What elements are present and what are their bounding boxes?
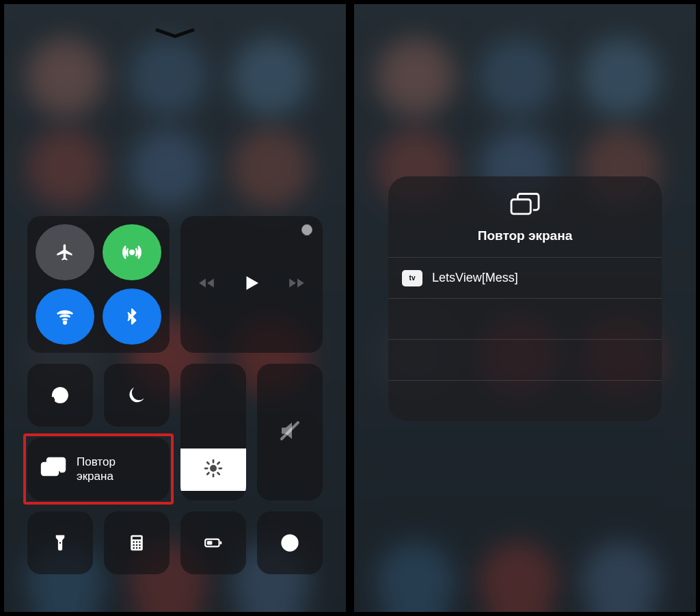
airplane-mode-toggle[interactable] — [36, 224, 94, 280]
connectivity-group — [27, 216, 170, 353]
brightness-slider[interactable] — [180, 364, 246, 500]
device-label: LetsView[Mess] — [432, 271, 518, 285]
sheet-title: Повтор экрана — [388, 228, 662, 243]
svg-point-5 — [210, 465, 217, 472]
mirroring-empty-row — [388, 298, 662, 339]
svg-point-0 — [130, 250, 134, 254]
bluetooth-toggle[interactable] — [103, 289, 161, 345]
control-center-grid: Повтор экрана — [27, 216, 323, 574]
phone-right-mirroring-sheet: Повтор экрана tv LetsView[Mess] — [354, 4, 696, 612]
svg-point-14 — [136, 544, 138, 546]
screen-mirroring-sheet: Повтор экрана tv LetsView[Mess] — [388, 176, 662, 421]
mirroring-device-row[interactable]: tv LetsView[Mess] — [388, 257, 662, 298]
svg-rect-20 — [220, 541, 222, 544]
svg-point-1 — [64, 321, 66, 324]
brightness-icon — [203, 458, 224, 481]
calculator-button[interactable] — [104, 511, 170, 574]
media-controls-tile[interactable] — [180, 216, 323, 353]
collapse-chevron-icon[interactable] — [154, 27, 196, 40]
screen-mirroring-icon — [508, 209, 542, 221]
svg-point-11 — [136, 541, 138, 544]
volume-slider[interactable] — [257, 364, 323, 500]
mute-icon — [278, 418, 302, 446]
svg-rect-21 — [207, 541, 213, 544]
screen-record-button[interactable] — [257, 511, 323, 574]
cellular-data-toggle[interactable] — [103, 224, 161, 280]
forward-icon[interactable] — [288, 274, 306, 295]
svg-point-23 — [286, 539, 294, 547]
svg-rect-9 — [133, 537, 142, 539]
svg-point-12 — [139, 541, 141, 544]
wifi-toggle[interactable] — [36, 289, 94, 345]
screen-mirroring-button[interactable]: Повтор экрана — [27, 438, 170, 500]
svg-rect-4 — [58, 394, 62, 398]
svg-point-17 — [136, 547, 138, 549]
svg-point-13 — [133, 544, 135, 546]
svg-point-16 — [133, 547, 135, 549]
mirroring-empty-row — [388, 380, 662, 421]
phone-left-control-center: Повтор экрана — [4, 4, 346, 612]
svg-point-18 — [139, 547, 141, 549]
airplay-icon[interactable] — [299, 223, 314, 241]
svg-point-15 — [139, 544, 141, 546]
rewind-icon[interactable] — [198, 274, 215, 295]
apple-tv-icon: tv — [402, 270, 422, 286]
mirroring-empty-row — [388, 339, 662, 380]
flashlight-button[interactable] — [27, 511, 93, 574]
svg-point-10 — [133, 541, 135, 544]
low-power-mode-button[interactable] — [180, 511, 246, 574]
screen-mirroring-label: Повтор экрана — [77, 455, 116, 484]
svg-point-7 — [59, 542, 62, 544]
play-icon[interactable] — [241, 273, 262, 296]
screen-mirroring-icon — [40, 456, 67, 482]
do-not-disturb-toggle[interactable] — [104, 364, 170, 427]
orientation-lock-toggle[interactable] — [27, 364, 93, 427]
svg-rect-24 — [511, 200, 530, 214]
